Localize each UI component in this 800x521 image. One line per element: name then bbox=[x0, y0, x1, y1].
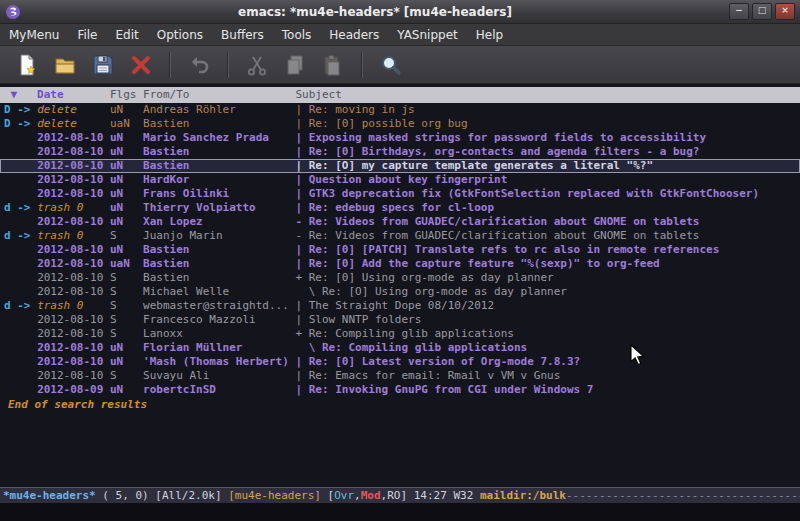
header-col-flags[interactable]: Flgs bbox=[103, 88, 136, 101]
message-row[interactable]: 2012-08-10 uN HardKor | Question about k… bbox=[0, 173, 800, 187]
flags-from-cells: S Suvayu Ali bbox=[103, 369, 295, 382]
flags-from-cells: uN Xan Lopez bbox=[103, 215, 295, 228]
menu-file[interactable]: File bbox=[68, 26, 106, 44]
message-row[interactable]: 2012-08-10 uN Frans Oilinki | GTK3 depre… bbox=[0, 187, 800, 201]
subject-cell: | Re: Invoking GnuPG from CGI under Wind… bbox=[295, 383, 593, 396]
toolbar-paste-button bbox=[316, 50, 350, 80]
window-buttons: −□× bbox=[729, 3, 795, 20]
message-row[interactable]: 2012-08-10 S Francesco Mazzoli | Slow NN… bbox=[0, 313, 800, 327]
subject-cell: | Exposing masked strings for password f… bbox=[295, 131, 706, 144]
message-row[interactable]: D -> delete uN Andreas Röhler | Re: movi… bbox=[0, 103, 800, 117]
menu-yasnippet[interactable]: YASnippet bbox=[388, 26, 467, 44]
message-row[interactable]: 2012-08-10 uN Xan Lopez - Re: Videos fro… bbox=[0, 215, 800, 229]
toolbar-close-buffer-button[interactable] bbox=[124, 50, 158, 80]
message-row[interactable]: D -> delete uaN Bastien | Re: [0] possib… bbox=[0, 117, 800, 131]
modeline-segment-buffer: *mu4e-headers* bbox=[3, 489, 96, 502]
save-buffer-icon bbox=[91, 53, 115, 77]
modeline-segment-mode: [mu4e-headers] bbox=[228, 489, 321, 502]
message-row[interactable]: d -> trash 0 S webmaster@straightd... | … bbox=[0, 299, 800, 313]
window-minimize-button[interactable]: − bbox=[729, 3, 749, 20]
subject-cell: | The Straight Dope 08/10/2012 bbox=[295, 299, 494, 312]
message-row[interactable]: 2012-08-10 S Suvayu Ali | Re: Emacs for … bbox=[0, 369, 800, 383]
mark-indicator-empty bbox=[4, 187, 37, 200]
mark-indicator-empty bbox=[4, 173, 37, 186]
date-cell: 2012-08-10 bbox=[37, 187, 103, 200]
message-row[interactable]: d -> trash 0 S Juanjo Marin - Re: Videos… bbox=[0, 229, 800, 243]
date-cell: 2012-08-10 bbox=[37, 145, 103, 158]
header-col-subject[interactable]: Subject bbox=[289, 88, 342, 101]
subject-cell: | Re: [0] [PATCH] Translate refs to rc a… bbox=[295, 243, 719, 256]
window-title: emacs: *mu4e-headers* [mu4e-headers] bbox=[21, 5, 729, 19]
modeline-segment-plain: [ bbox=[321, 489, 334, 502]
subject-cell: | Re: edebug specs for cl-loop bbox=[295, 201, 494, 214]
subject-cell: \ Re: [O] Using org-mode as day planner bbox=[295, 285, 567, 298]
window-close-button[interactable]: × bbox=[775, 3, 795, 20]
message-row[interactable]: 2012-08-10 uN Bastien | Re: [0] [PATCH] … bbox=[0, 243, 800, 257]
message-row[interactable]: 2012-08-10 uN 'Mash (Thomas Herbert) | R… bbox=[0, 355, 800, 369]
date-cell: 2012-08-10 bbox=[37, 173, 103, 186]
date-cell: 2012-08-10 bbox=[37, 243, 103, 256]
toolbar-search-button[interactable] bbox=[374, 50, 408, 80]
toolbar-separator bbox=[361, 52, 363, 78]
message-row[interactable]: 2012-08-09 uN robertcInSD | Re: Invoking… bbox=[0, 383, 800, 397]
header-col-date[interactable]: ▼ Date bbox=[4, 88, 103, 101]
flags-from-cells: S Lanoxx bbox=[103, 327, 295, 340]
message-row[interactable]: 2012-08-10 S Lanoxx + Re: Compiling glib… bbox=[0, 327, 800, 341]
date-cell: 2012-08-10 bbox=[37, 257, 103, 270]
copy-icon bbox=[283, 53, 307, 77]
subject-cell: | GTK3 deprecation fix (GtkFontSelection… bbox=[295, 187, 759, 200]
menu-buffers[interactable]: Buffers bbox=[212, 26, 273, 44]
message-row[interactable]: 2012-08-10 S Michael Welle \ Re: [O] Usi… bbox=[0, 285, 800, 299]
message-list: D -> delete uN Andreas Röhler | Re: movi… bbox=[0, 103, 800, 397]
subject-cell: | Re: [0] Add the capture feature "%(sex… bbox=[295, 257, 659, 270]
mark-indicator-empty bbox=[4, 271, 37, 284]
date-cell: 2012-08-10 bbox=[37, 285, 103, 298]
date-cell: 2012-08-10 bbox=[37, 131, 103, 144]
title-bar[interactable]: emacs: *mu4e-headers* [mu4e-headers] −□× bbox=[0, 0, 800, 24]
menu-options[interactable]: Options bbox=[148, 26, 212, 44]
mark-indicator: d -> bbox=[4, 299, 37, 312]
subject-cell: - Re: Videos from GUADEC/clarification a… bbox=[295, 229, 699, 242]
header-col-from[interactable]: From/To bbox=[136, 88, 288, 101]
date-cell: 2012-08-10 bbox=[37, 341, 103, 354]
toolbar-save-buffer-button[interactable] bbox=[86, 50, 120, 80]
mark-indicator-empty bbox=[4, 285, 37, 298]
minibuffer[interactable] bbox=[0, 503, 800, 521]
message-row[interactable]: d -> trash 0 uN Thierry Volpiatto | Re: … bbox=[0, 201, 800, 215]
message-row[interactable]: 2012-08-10 S Bastien + Re: [0] Using org… bbox=[0, 271, 800, 285]
mark-indicator-empty bbox=[4, 243, 37, 256]
flags-from-cells: S webmaster@straightd... bbox=[103, 299, 295, 312]
message-row[interactable]: 2012-08-10 uN Bastien | Re: [O] my captu… bbox=[0, 159, 800, 173]
search-icon bbox=[379, 53, 403, 77]
subject-cell: - Re: Videos from GUADEC/clarification a… bbox=[295, 215, 699, 228]
message-row[interactable]: 2012-08-10 uaN Bastien | Re: [0] Add the… bbox=[0, 257, 800, 271]
flags-from-cells: uN Bastien bbox=[103, 159, 295, 172]
window-maximize-button[interactable]: □ bbox=[752, 3, 772, 20]
modeline-segment-plain: 14:27 W32 bbox=[414, 489, 480, 502]
toolbar-new-file-button[interactable] bbox=[10, 50, 44, 80]
toolbar-undo-button bbox=[182, 50, 216, 80]
flags-from-cells: uN Florian Müllner bbox=[103, 341, 295, 354]
open-file-icon bbox=[53, 53, 77, 77]
menu-headers[interactable]: Headers bbox=[320, 26, 388, 44]
mark-indicator-empty bbox=[4, 341, 37, 354]
menu-mymenu[interactable]: MyMenu bbox=[0, 26, 68, 44]
subject-cell: | Slow NNTP folders bbox=[295, 313, 421, 326]
modeline-segment-plain: ( 5, 0) bbox=[96, 489, 156, 502]
header-line: ▼ Date Flgs From/To Subject bbox=[0, 87, 800, 103]
toolbar-open-file-button[interactable] bbox=[48, 50, 82, 80]
mark-indicator: d -> bbox=[4, 201, 37, 214]
message-row[interactable]: 2012-08-10 uN Bastien | Re: [0] Birthday… bbox=[0, 145, 800, 159]
menu-edit[interactable]: Edit bbox=[107, 26, 148, 44]
message-row[interactable]: 2012-08-10 uN Florian Müllner \ Re: Comp… bbox=[0, 341, 800, 355]
date-cell: 2012-08-10 bbox=[37, 369, 103, 382]
menu-help[interactable]: Help bbox=[467, 26, 512, 44]
subject-cell: \ Re: Compiling glib applications bbox=[295, 341, 527, 354]
mark-indicator-empty bbox=[4, 313, 37, 326]
cut-icon bbox=[245, 53, 269, 77]
emacs-app-icon bbox=[5, 4, 21, 20]
menu-tools[interactable]: Tools bbox=[273, 26, 321, 44]
date-cell: 2012-08-10 bbox=[37, 271, 103, 284]
buffer-area: ▼ Date Flgs From/To Subject D -> delete … bbox=[0, 84, 800, 487]
message-row[interactable]: 2012-08-10 uN Mario Sanchez Prada | Expo… bbox=[0, 131, 800, 145]
